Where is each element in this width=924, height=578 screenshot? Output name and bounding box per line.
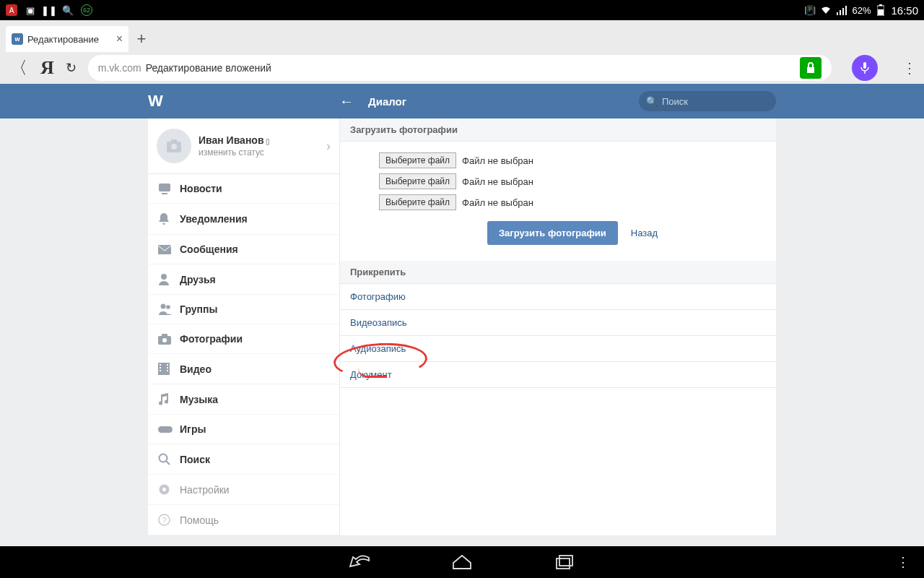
browser-tab[interactable]: w Редактирование × (6, 26, 128, 52)
file-row-3: Выберите файл Файл не выбран (379, 194, 766, 210)
sidebar-item-label: Видео (180, 363, 212, 375)
bell-icon (158, 212, 180, 225)
user-icon (158, 273, 180, 285)
sidebar-item-label: Сообщения (180, 243, 238, 255)
app-badge-icon: А (6, 4, 17, 16)
back-link[interactable]: Назад (631, 228, 658, 238)
sidebar-item-settings[interactable]: Настройки (148, 475, 339, 505)
svg-rect-34 (559, 556, 572, 566)
svg-point-16 (166, 305, 170, 309)
svg-point-11 (171, 144, 177, 150)
image-icon: ▣ (25, 4, 36, 16)
url-title: Редактирование вложений (146, 62, 794, 74)
svg-rect-13 (158, 245, 171, 254)
svg-rect-23 (160, 370, 161, 371)
voice-search-button[interactable] (852, 55, 878, 81)
upload-heading: Загрузить фотографии (340, 118, 776, 142)
close-tab-icon[interactable]: × (116, 33, 123, 46)
signal-icon (836, 4, 847, 16)
sidebar-item-games[interactable]: Игры (148, 415, 339, 444)
svg-rect-21 (160, 364, 161, 366)
url-domain: m.vk.com (98, 62, 141, 74)
sidebar-item-label: Игры (180, 423, 206, 435)
svg-point-28 (160, 454, 167, 462)
chevron-right-icon: › (326, 139, 331, 154)
attach-heading: Прикрепить (340, 261, 776, 284)
sidebar-item-music[interactable]: Музыка (148, 384, 339, 415)
search-menu-icon (158, 453, 180, 465)
vk-page-title: Диалог (368, 95, 406, 108)
attach-document[interactable]: Документ (340, 362, 776, 388)
svg-point-19 (162, 338, 167, 342)
sidebar-item-label: Группы (180, 303, 217, 315)
help-icon: ? (158, 514, 180, 526)
sidebar-item-help[interactable]: ? Помощь (148, 505, 339, 535)
profile-box[interactable]: Иван Иванов▯ изменить статус › (148, 118, 339, 174)
sidebar-item-label: Настройки (180, 484, 230, 496)
attach-audio[interactable]: Аудиозапись (340, 336, 776, 362)
sidebar-item-messages[interactable]: Сообщения (148, 235, 339, 264)
sidebar-item-video[interactable]: Видео (148, 354, 339, 384)
gear-icon (158, 483, 180, 496)
svg-text:?: ? (162, 516, 166, 525)
new-tab-button[interactable]: + (128, 26, 154, 52)
clock: 16:50 (891, 4, 918, 17)
svg-rect-10 (171, 139, 177, 143)
sidebar-item-groups[interactable]: Группы (148, 295, 339, 324)
nav-menu-button[interactable] (897, 554, 910, 570)
lock-icon (800, 57, 821, 79)
svg-point-14 (161, 274, 167, 280)
address-bar[interactable]: m.vk.com Редактирование вложений (88, 55, 832, 81)
svg-rect-8 (863, 62, 866, 69)
svg-rect-3 (845, 6, 847, 15)
reload-button[interactable]: ↻ (66, 60, 77, 76)
camera-icon (158, 334, 180, 345)
battery-icon (875, 4, 886, 16)
sidebar-item-label: Новости (180, 183, 222, 194)
choose-file-button[interactable]: Выберите файл (379, 173, 456, 189)
svg-rect-27 (158, 426, 173, 433)
pause-icon: ❚❚ (43, 4, 55, 16)
profile-status[interactable]: изменить статус (199, 147, 326, 158)
android-nav-bar (0, 546, 924, 578)
device-icon: ▯ (266, 137, 270, 145)
sidebar-item-search[interactable]: Поиск (148, 444, 339, 475)
svg-rect-18 (162, 334, 167, 337)
vk-logo-icon[interactable]: W (148, 92, 162, 111)
browser-chrome: w Редактирование × + 〈 Я ↻ m.vk.com Реда… (0, 20, 924, 84)
choose-file-button[interactable]: Выберите файл (379, 194, 456, 210)
sidebar-item-notifications[interactable]: Уведомления (148, 204, 339, 235)
svg-rect-26 (167, 370, 168, 371)
svg-rect-25 (167, 367, 168, 368)
profile-name: Иван Иванов▯ (199, 134, 326, 146)
sidebar-item-friends[interactable]: Друзья (148, 264, 339, 295)
vk-page: W ← Диалог 🔍 Поиск Иван Иванов▯ изменить… (0, 84, 924, 546)
attach-photo[interactable]: Фотографию (340, 284, 776, 310)
sidebar-item-photos[interactable]: Фотографии (148, 324, 339, 354)
vk-search-input[interactable]: 🔍 Поиск (639, 91, 776, 111)
vk-back-button[interactable]: ← (339, 93, 354, 110)
svg-rect-24 (167, 364, 168, 366)
svg-rect-12 (159, 184, 170, 191)
battery-badge-icon: 62 (81, 4, 92, 16)
tab-title: Редактирование (27, 34, 113, 45)
vk-favicon-icon: w (12, 33, 23, 45)
upload-submit-button[interactable]: Загрузить фотографии (487, 221, 618, 245)
sidebar-item-label: Музыка (180, 394, 218, 405)
nav-back-button[interactable] (348, 551, 371, 574)
attach-video[interactable]: Видеозапись (340, 310, 776, 336)
choose-file-button[interactable]: Выберите файл (379, 152, 456, 168)
sidebar-item-label: Друзья (180, 274, 216, 285)
svg-rect-6 (878, 9, 884, 15)
users-icon (158, 303, 180, 315)
svg-rect-33 (557, 558, 570, 569)
nav-recent-button[interactable] (553, 551, 576, 574)
yandex-logo[interactable]: Я (40, 57, 54, 79)
nav-home-button[interactable] (450, 551, 474, 574)
search-status-icon: 🔍 (62, 4, 74, 16)
film-icon (158, 363, 180, 375)
svg-rect-22 (160, 367, 161, 368)
sidebar-item-news[interactable]: Новости (148, 174, 339, 204)
back-button[interactable]: 〈 (9, 56, 29, 79)
browser-menu-button[interactable] (902, 59, 915, 77)
